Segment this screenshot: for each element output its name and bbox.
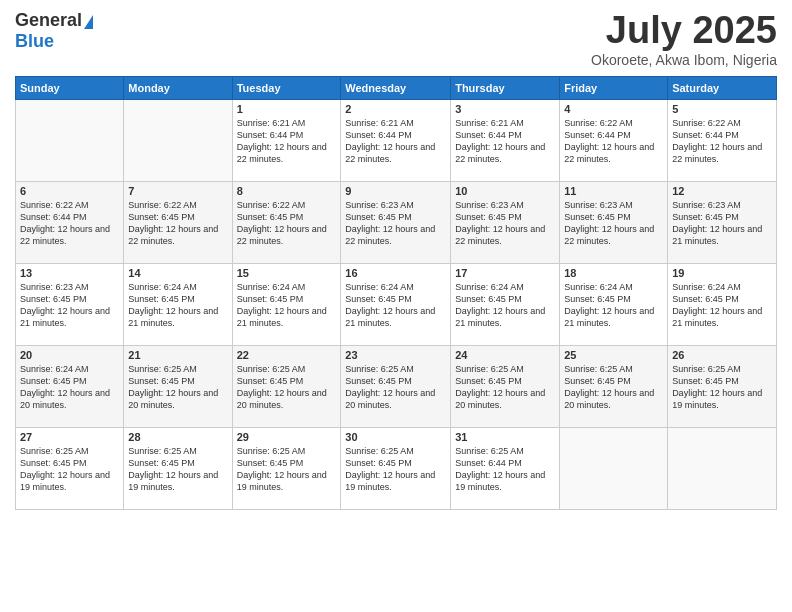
calendar-cell: 31Sunrise: 6:25 AM Sunset: 6:44 PM Dayli…: [451, 427, 560, 509]
day-info: Sunrise: 6:25 AM Sunset: 6:45 PM Dayligh…: [20, 445, 119, 494]
calendar-cell: [560, 427, 668, 509]
day-number: 24: [455, 349, 555, 361]
calendar-cell: 18Sunrise: 6:24 AM Sunset: 6:45 PM Dayli…: [560, 263, 668, 345]
calendar-week-row: 27Sunrise: 6:25 AM Sunset: 6:45 PM Dayli…: [16, 427, 777, 509]
calendar-week-row: 20Sunrise: 6:24 AM Sunset: 6:45 PM Dayli…: [16, 345, 777, 427]
calendar-cell: 14Sunrise: 6:24 AM Sunset: 6:45 PM Dayli…: [124, 263, 232, 345]
calendar-cell: 23Sunrise: 6:25 AM Sunset: 6:45 PM Dayli…: [341, 345, 451, 427]
calendar-cell: 1Sunrise: 6:21 AM Sunset: 6:44 PM Daylig…: [232, 99, 341, 181]
day-info: Sunrise: 6:21 AM Sunset: 6:44 PM Dayligh…: [455, 117, 555, 166]
day-number: 29: [237, 431, 337, 443]
day-of-week-header: Wednesday: [341, 76, 451, 99]
logo-line2: Blue: [15, 31, 54, 52]
day-info: Sunrise: 6:23 AM Sunset: 6:45 PM Dayligh…: [455, 199, 555, 248]
calendar-cell: 3Sunrise: 6:21 AM Sunset: 6:44 PM Daylig…: [451, 99, 560, 181]
day-of-week-header: Monday: [124, 76, 232, 99]
day-info: Sunrise: 6:22 AM Sunset: 6:44 PM Dayligh…: [20, 199, 119, 248]
calendar-cell: 12Sunrise: 6:23 AM Sunset: 6:45 PM Dayli…: [668, 181, 777, 263]
calendar-week-row: 13Sunrise: 6:23 AM Sunset: 6:45 PM Dayli…: [16, 263, 777, 345]
day-info: Sunrise: 6:23 AM Sunset: 6:45 PM Dayligh…: [345, 199, 446, 248]
calendar-cell: 25Sunrise: 6:25 AM Sunset: 6:45 PM Dayli…: [560, 345, 668, 427]
day-number: 23: [345, 349, 446, 361]
location-subtitle: Okoroete, Akwa Ibom, Nigeria: [591, 52, 777, 68]
calendar-cell: 30Sunrise: 6:25 AM Sunset: 6:45 PM Dayli…: [341, 427, 451, 509]
calendar-cell: 10Sunrise: 6:23 AM Sunset: 6:45 PM Dayli…: [451, 181, 560, 263]
day-of-week-header: Tuesday: [232, 76, 341, 99]
day-info: Sunrise: 6:22 AM Sunset: 6:44 PM Dayligh…: [672, 117, 772, 166]
day-info: Sunrise: 6:24 AM Sunset: 6:45 PM Dayligh…: [128, 281, 227, 330]
day-number: 18: [564, 267, 663, 279]
day-number: 5: [672, 103, 772, 115]
day-info: Sunrise: 6:21 AM Sunset: 6:44 PM Dayligh…: [345, 117, 446, 166]
day-number: 31: [455, 431, 555, 443]
day-number: 20: [20, 349, 119, 361]
calendar-cell: 6Sunrise: 6:22 AM Sunset: 6:44 PM Daylig…: [16, 181, 124, 263]
day-info: Sunrise: 6:22 AM Sunset: 6:45 PM Dayligh…: [128, 199, 227, 248]
day-info: Sunrise: 6:23 AM Sunset: 6:45 PM Dayligh…: [564, 199, 663, 248]
day-number: 26: [672, 349, 772, 361]
day-info: Sunrise: 6:25 AM Sunset: 6:45 PM Dayligh…: [345, 445, 446, 494]
day-info: Sunrise: 6:25 AM Sunset: 6:45 PM Dayligh…: [345, 363, 446, 412]
calendar-header-row: SundayMondayTuesdayWednesdayThursdayFrid…: [16, 76, 777, 99]
day-info: Sunrise: 6:21 AM Sunset: 6:44 PM Dayligh…: [237, 117, 337, 166]
day-number: 21: [128, 349, 227, 361]
day-info: Sunrise: 6:23 AM Sunset: 6:45 PM Dayligh…: [672, 199, 772, 248]
day-info: Sunrise: 6:24 AM Sunset: 6:45 PM Dayligh…: [20, 363, 119, 412]
day-info: Sunrise: 6:24 AM Sunset: 6:45 PM Dayligh…: [345, 281, 446, 330]
day-number: 9: [345, 185, 446, 197]
calendar-cell: 8Sunrise: 6:22 AM Sunset: 6:45 PM Daylig…: [232, 181, 341, 263]
logo-blue: Blue: [15, 31, 54, 51]
calendar-cell: 15Sunrise: 6:24 AM Sunset: 6:45 PM Dayli…: [232, 263, 341, 345]
title-block: July 2025 Okoroete, Akwa Ibom, Nigeria: [591, 10, 777, 68]
day-number: 3: [455, 103, 555, 115]
calendar-cell: 20Sunrise: 6:24 AM Sunset: 6:45 PM Dayli…: [16, 345, 124, 427]
day-number: 6: [20, 185, 119, 197]
calendar-cell: 22Sunrise: 6:25 AM Sunset: 6:45 PM Dayli…: [232, 345, 341, 427]
day-of-week-header: Friday: [560, 76, 668, 99]
calendar-cell: 2Sunrise: 6:21 AM Sunset: 6:44 PM Daylig…: [341, 99, 451, 181]
day-info: Sunrise: 6:25 AM Sunset: 6:45 PM Dayligh…: [237, 363, 337, 412]
calendar-cell: 4Sunrise: 6:22 AM Sunset: 6:44 PM Daylig…: [560, 99, 668, 181]
day-info: Sunrise: 6:22 AM Sunset: 6:45 PM Dayligh…: [237, 199, 337, 248]
page: General Blue July 2025 Okoroete, Akwa Ib…: [0, 0, 792, 612]
day-info: Sunrise: 6:24 AM Sunset: 6:45 PM Dayligh…: [455, 281, 555, 330]
calendar-week-row: 6Sunrise: 6:22 AM Sunset: 6:44 PM Daylig…: [16, 181, 777, 263]
day-info: Sunrise: 6:25 AM Sunset: 6:45 PM Dayligh…: [128, 363, 227, 412]
calendar-week-row: 1Sunrise: 6:21 AM Sunset: 6:44 PM Daylig…: [16, 99, 777, 181]
day-number: 11: [564, 185, 663, 197]
month-title: July 2025: [591, 10, 777, 52]
day-info: Sunrise: 6:23 AM Sunset: 6:45 PM Dayligh…: [20, 281, 119, 330]
calendar-cell: 27Sunrise: 6:25 AM Sunset: 6:45 PM Dayli…: [16, 427, 124, 509]
day-number: 17: [455, 267, 555, 279]
day-number: 14: [128, 267, 227, 279]
day-number: 28: [128, 431, 227, 443]
calendar-cell: [124, 99, 232, 181]
day-info: Sunrise: 6:24 AM Sunset: 6:45 PM Dayligh…: [672, 281, 772, 330]
day-number: 10: [455, 185, 555, 197]
day-number: 1: [237, 103, 337, 115]
calendar-cell: [16, 99, 124, 181]
day-info: Sunrise: 6:25 AM Sunset: 6:45 PM Dayligh…: [128, 445, 227, 494]
day-number: 13: [20, 267, 119, 279]
calendar-cell: 26Sunrise: 6:25 AM Sunset: 6:45 PM Dayli…: [668, 345, 777, 427]
calendar-cell: 21Sunrise: 6:25 AM Sunset: 6:45 PM Dayli…: [124, 345, 232, 427]
day-number: 7: [128, 185, 227, 197]
day-info: Sunrise: 6:24 AM Sunset: 6:45 PM Dayligh…: [564, 281, 663, 330]
day-info: Sunrise: 6:25 AM Sunset: 6:45 PM Dayligh…: [455, 363, 555, 412]
header: General Blue July 2025 Okoroete, Akwa Ib…: [15, 10, 777, 68]
day-number: 30: [345, 431, 446, 443]
day-number: 19: [672, 267, 772, 279]
calendar-cell: 11Sunrise: 6:23 AM Sunset: 6:45 PM Dayli…: [560, 181, 668, 263]
day-number: 2: [345, 103, 446, 115]
day-number: 22: [237, 349, 337, 361]
day-info: Sunrise: 6:25 AM Sunset: 6:44 PM Dayligh…: [455, 445, 555, 494]
day-info: Sunrise: 6:22 AM Sunset: 6:44 PM Dayligh…: [564, 117, 663, 166]
day-number: 12: [672, 185, 772, 197]
calendar-cell: 17Sunrise: 6:24 AM Sunset: 6:45 PM Dayli…: [451, 263, 560, 345]
calendar-cell: 7Sunrise: 6:22 AM Sunset: 6:45 PM Daylig…: [124, 181, 232, 263]
day-of-week-header: Saturday: [668, 76, 777, 99]
calendar-cell: 24Sunrise: 6:25 AM Sunset: 6:45 PM Dayli…: [451, 345, 560, 427]
logo-triangle: [84, 15, 93, 29]
calendar-cell: 9Sunrise: 6:23 AM Sunset: 6:45 PM Daylig…: [341, 181, 451, 263]
day-of-week-header: Thursday: [451, 76, 560, 99]
